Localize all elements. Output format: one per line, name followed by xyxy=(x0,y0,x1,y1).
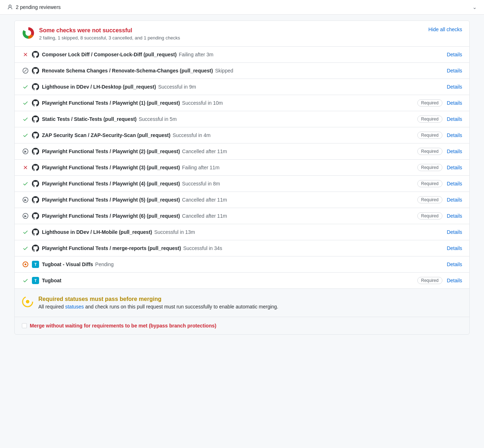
check-status-text-8: Failing after 11m xyxy=(182,165,219,170)
check-status-icon-10 xyxy=(22,196,29,203)
required-status-icon xyxy=(22,296,33,307)
check-status-text-4: Successful in 10m xyxy=(182,100,223,106)
check-app-icon-10 xyxy=(32,196,39,203)
check-status-text-7: Cancelled after 11m xyxy=(182,148,227,154)
check-name-14: Tugboat - Visual DiffsPending xyxy=(42,261,447,267)
svg-point-5 xyxy=(26,300,29,303)
check-status-icon-3 xyxy=(22,83,29,90)
chevron-down-icon[interactable]: ⌄ xyxy=(473,4,477,10)
check-status-text-11: Cancelled after 11m xyxy=(182,213,227,219)
check-status-icon-5 xyxy=(22,115,29,123)
check-item-2: Renovate Schema Changes / Renovate-Schem… xyxy=(15,63,469,79)
required-badge-8: Required xyxy=(417,164,443,171)
details-link-13[interactable]: Details xyxy=(447,245,462,251)
details-link-7[interactable]: Details xyxy=(447,148,462,154)
check-name-1: Composer Lock Diff / Composer-Lock-Diff … xyxy=(42,52,447,57)
person-icon xyxy=(7,4,13,10)
required-statuses-title: Required statuses must pass before mergi… xyxy=(38,296,278,302)
required-desc-before: All required xyxy=(38,304,65,310)
check-name-15: Tugboat xyxy=(42,278,417,283)
svg-point-2 xyxy=(25,264,27,265)
check-status-text-9: Successful in 8m xyxy=(182,181,220,187)
check-status-icon-11 xyxy=(22,212,29,220)
check-name-11: Playwright Functional Tests / Playwright… xyxy=(42,213,417,219)
check-item-7: Playwright Functional Tests / Playwright… xyxy=(15,143,469,160)
check-app-icon-9 xyxy=(32,180,39,187)
check-app-icon-2 xyxy=(32,67,39,74)
required-badge-11: Required xyxy=(417,212,443,220)
required-badge-7: Required xyxy=(417,148,443,155)
check-app-icon-12 xyxy=(32,228,39,236)
check-name-12: Lighthouse in DDev / LH-Mobile (pull_req… xyxy=(42,229,447,235)
details-link-10[interactable]: Details xyxy=(447,197,462,203)
details-link-2[interactable]: Details xyxy=(447,68,462,74)
check-item-10: Playwright Functional Tests / Playwright… xyxy=(15,192,469,208)
details-link-4[interactable]: Details xyxy=(447,100,462,106)
check-app-icon-15: T xyxy=(32,277,39,284)
check-status-icon-13 xyxy=(22,245,29,252)
check-name-2: Renovate Schema Changes / Renovate-Schem… xyxy=(42,68,447,74)
details-link-3[interactable]: Details xyxy=(447,84,462,90)
check-status-text-2: Skipped xyxy=(215,68,233,74)
check-item-9: Playwright Functional Tests / Playwright… xyxy=(15,176,469,192)
check-app-icon-3 xyxy=(32,83,39,90)
check-app-icon-8 xyxy=(32,164,39,171)
check-item-11: Playwright Functional Tests / Playwright… xyxy=(15,208,469,224)
checks-status-icon xyxy=(22,27,35,39)
required-badge-9: Required xyxy=(417,180,443,187)
details-link-9[interactable]: Details xyxy=(447,181,462,187)
check-app-icon-13 xyxy=(32,245,39,252)
check-status-text-1: Failing after 3m xyxy=(179,52,213,57)
check-name-4: Playwright Functional Tests / Playwright… xyxy=(42,100,417,106)
check-name-10: Playwright Functional Tests / Playwright… xyxy=(42,197,417,203)
details-link-5[interactable]: Details xyxy=(447,116,462,122)
check-status-icon-8 xyxy=(22,164,29,171)
check-status-icon-6 xyxy=(22,132,29,139)
hide-all-checks-link[interactable]: Hide all checks xyxy=(428,27,462,32)
check-item-4: Playwright Functional Tests / Playwright… xyxy=(15,95,469,111)
checks-title: Some checks were not successful xyxy=(39,27,180,34)
check-name-7: Playwright Functional Tests / Playwright… xyxy=(42,148,417,154)
check-item-6: ZAP Security Scan / ZAP-Security-Scan (p… xyxy=(15,127,469,143)
check-status-icon-4 xyxy=(22,99,29,107)
check-name-8: Playwright Functional Tests / Playwright… xyxy=(42,165,417,170)
required-badge-4: Required xyxy=(417,99,443,107)
details-link-8[interactable]: Details xyxy=(447,165,462,170)
required-badge-5: Required xyxy=(417,115,443,123)
details-link-12[interactable]: Details xyxy=(447,229,462,235)
details-link-6[interactable]: Details xyxy=(447,132,462,138)
bypass-label: Merge without waiting for requirements t… xyxy=(30,323,216,329)
bypass-checkbox[interactable] xyxy=(22,323,27,328)
check-item-8: Playwright Functional Tests / Playwright… xyxy=(15,160,469,176)
svg-point-0 xyxy=(25,30,31,36)
check-app-icon-5 xyxy=(32,115,39,123)
checks-section: Some checks were not successful 2 failin… xyxy=(7,20,477,335)
check-status-text-6: Successful in 4m xyxy=(172,132,210,138)
check-name-6: ZAP Security Scan / ZAP-Security-Scan (p… xyxy=(42,132,417,138)
required-badge-10: Required xyxy=(417,196,443,203)
check-name-3: Lighthouse in DDev / LH-Desktop (pull_re… xyxy=(42,84,447,90)
check-item-5: Static Tests / Static-Tests (pull_reques… xyxy=(15,111,469,127)
required-statuses-desc: All required statuses and check runs on … xyxy=(38,304,278,310)
check-status-icon-12 xyxy=(22,228,29,236)
check-app-icon-7 xyxy=(32,148,39,155)
required-desc-after: and check runs on this pull request must… xyxy=(84,304,278,310)
statuses-link[interactable]: statuses xyxy=(65,304,84,310)
check-name-9: Playwright Functional Tests / Playwright… xyxy=(42,181,417,187)
check-status-text-5: Successful in 5m xyxy=(139,116,177,122)
check-item-1: Composer Lock Diff / Composer-Lock-Diff … xyxy=(15,47,469,63)
check-name-13: Playwright Functional Tests / merge-repo… xyxy=(42,245,447,251)
check-status-text-13: Successful in 34s xyxy=(183,245,222,251)
check-app-icon-6 xyxy=(32,132,39,139)
check-status-icon-2 xyxy=(22,67,29,74)
details-link-14[interactable]: Details xyxy=(447,261,462,267)
checks-header: Some checks were not successful 2 failin… xyxy=(15,21,469,47)
details-link-1[interactable]: Details xyxy=(447,52,462,57)
details-link-11[interactable]: Details xyxy=(447,213,462,219)
checks-subtitle: 2 failing, 1 skipped, 8 successful, 3 ca… xyxy=(39,35,180,41)
details-link-15[interactable]: Details xyxy=(447,278,462,283)
check-app-icon-14: T xyxy=(32,261,39,268)
merge-bypass-section: Merge without waiting for requirements t… xyxy=(15,317,469,334)
check-item-12: Lighthouse in DDev / LH-Mobile (pull_req… xyxy=(15,224,469,240)
check-app-icon-4 xyxy=(32,99,39,107)
